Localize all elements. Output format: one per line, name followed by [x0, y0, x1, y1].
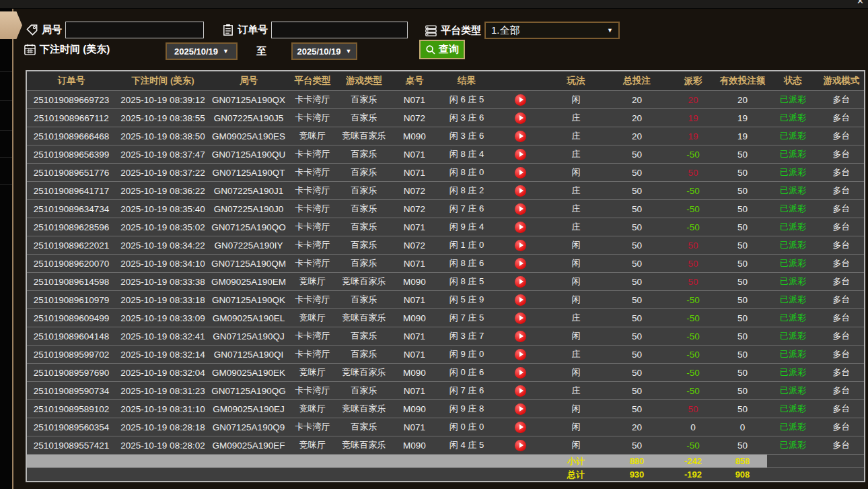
cell-order: 251019089628596	[27, 218, 116, 236]
cell-hall: 卡卡湾厅	[287, 200, 338, 218]
play-icon[interactable]	[515, 94, 526, 106]
to-label: 至	[256, 45, 266, 58]
left-background-strip	[0, 9, 12, 489]
table-row: 251019089590734 2025-10-19 08:31:23 GN07…	[27, 381, 864, 399]
subtotal-total: 880	[606, 455, 668, 467]
cell-hall: 卡卡湾厅	[287, 109, 338, 127]
play-icon[interactable]	[515, 385, 526, 397]
close-icon[interactable]: ✕	[857, 0, 864, 6]
play-icon[interactable]	[515, 167, 526, 178]
cell-table: M090	[390, 309, 439, 327]
cell-hall: 卡卡湾厅	[287, 236, 338, 254]
cell-payout: -50	[668, 346, 718, 363]
cell-round: GN07225A190J5	[210, 109, 287, 127]
cell-side: 庄	[546, 145, 606, 163]
cell-total: 50	[606, 182, 668, 199]
cell-table: N071	[390, 291, 439, 308]
play-icon[interactable]	[515, 149, 526, 160]
platform-select[interactable]: 1.全部 ▼	[484, 22, 620, 39]
cell-side: 庄	[546, 346, 606, 363]
table-row: 251019089620070 2025-10-19 08:34:10 GN07…	[27, 254, 864, 272]
cell-payout: -50	[668, 182, 718, 199]
cell-payout: -50	[668, 309, 718, 327]
cell-order: 251019089597690	[27, 364, 116, 381]
filter-bar: 局号 订单号 平台类型 1.全部 ▼ 下注时间 (美东) 2025/10/19 …	[12, 9, 868, 71]
round-label: 局号	[42, 24, 62, 36]
platform-filter: 平台类型 1.全部 ▼	[425, 22, 620, 39]
play-icon[interactable]	[515, 203, 526, 215]
cell-table: M090	[390, 127, 439, 145]
cell-total: 50	[606, 436, 668, 454]
cell-hall: 竞咪厅	[287, 127, 338, 145]
cell-side: 闲	[546, 273, 606, 290]
play-icon[interactable]	[515, 349, 526, 360]
col-header-valid: 有效投注额	[718, 71, 767, 90]
cell-table: N071	[390, 218, 439, 236]
round-filter: 局号	[26, 22, 204, 38]
cell-side: 庄	[546, 200, 606, 218]
cell-game: 百家乐	[338, 346, 390, 363]
cell-mode: 多台	[819, 109, 864, 127]
cell-valid: 50	[718, 436, 767, 454]
play-icon[interactable]	[515, 422, 526, 433]
play-icon[interactable]	[515, 112, 526, 124]
cell-payout: -50	[668, 436, 718, 454]
table-row: 251019089634734 2025-10-19 08:35:40 GN07…	[27, 199, 864, 218]
cell-payout: 50	[668, 164, 718, 181]
play-icon[interactable]	[515, 331, 526, 342]
cell-result: 闲 8 庄 5	[439, 273, 495, 290]
cell-valid: 50	[718, 236, 767, 254]
date-to-select[interactable]: 2025/10/19 ▼	[291, 42, 357, 60]
date-from-select[interactable]: 2025/10/19 ▼	[166, 42, 238, 60]
cell-game: 百家乐	[338, 291, 390, 308]
cell-mode: 多台	[819, 236, 864, 254]
clipboard-icon	[222, 24, 234, 36]
play-icon[interactable]	[515, 440, 526, 451]
cell-order: 251019089557421	[27, 436, 116, 454]
cell-status: 已派彩	[767, 364, 819, 381]
play-icon[interactable]	[515, 258, 526, 269]
play-icon[interactable]	[515, 294, 526, 306]
cell-payout: -50	[668, 364, 718, 381]
cell-valid: 19	[718, 109, 767, 127]
cell-result: 闲 3 庄 7	[439, 327, 495, 345]
play-icon[interactable]	[515, 313, 526, 324]
round-input[interactable]	[65, 22, 204, 38]
cell-result: 闲 7 庄 5	[439, 309, 495, 327]
cell-table: N071	[390, 145, 439, 163]
cell-total: 50	[606, 346, 668, 363]
order-input[interactable]	[271, 22, 408, 38]
date-from-value: 2025/10/19	[174, 46, 218, 57]
play-icon[interactable]	[515, 276, 526, 288]
table-row: 251019089560354 2025-10-19 08:28:18 GN07…	[27, 418, 864, 436]
play-icon[interactable]	[515, 240, 526, 251]
cell-hall: 卡卡湾厅	[287, 145, 338, 163]
play-icon[interactable]	[515, 367, 526, 379]
cell-side: 庄	[546, 109, 606, 127]
col-header-hall: 平台类型	[287, 71, 338, 90]
cell-round: GN07125A190QT	[210, 164, 287, 181]
play-icon[interactable]	[515, 403, 526, 415]
play-icon[interactable]	[515, 131, 526, 142]
platform-label: 平台类型	[441, 24, 481, 37]
cell-order: 251019089609499	[27, 309, 116, 327]
bet-records-table: 订单号 下注时间 (美东) 局号 平台类型 游戏类型 桌号 结果 玩法 总投注 …	[26, 70, 865, 482]
subtotal-label: 小计	[546, 455, 606, 467]
cell-time: 2025-10-19 08:31:23	[116, 382, 210, 399]
col-header-status: 状态	[767, 71, 819, 90]
cell-time: 2025-10-19 08:37:47	[116, 145, 210, 163]
cell-table: N072	[390, 182, 439, 199]
table-row: 251019089669723 2025-10-19 08:39:12 GN07…	[27, 90, 864, 108]
table-row: 251019089667112 2025-10-19 08:38:55 GN07…	[27, 108, 864, 127]
cell-round: GM09025A190EJ	[210, 400, 287, 418]
cell-hall: 卡卡湾厅	[287, 327, 338, 345]
play-icon[interactable]	[515, 185, 526, 197]
cell-game: 百家乐	[338, 91, 390, 108]
cell-hall: 卡卡湾厅	[287, 218, 338, 236]
cell-hall: 卡卡湾厅	[287, 182, 338, 199]
play-icon[interactable]	[515, 222, 526, 233]
cell-valid: 50	[718, 364, 767, 381]
query-button[interactable]: 查询	[419, 40, 465, 59]
date-to-value: 2025/10/19	[297, 46, 341, 57]
cell-round: GN07125A190QU	[210, 145, 287, 163]
